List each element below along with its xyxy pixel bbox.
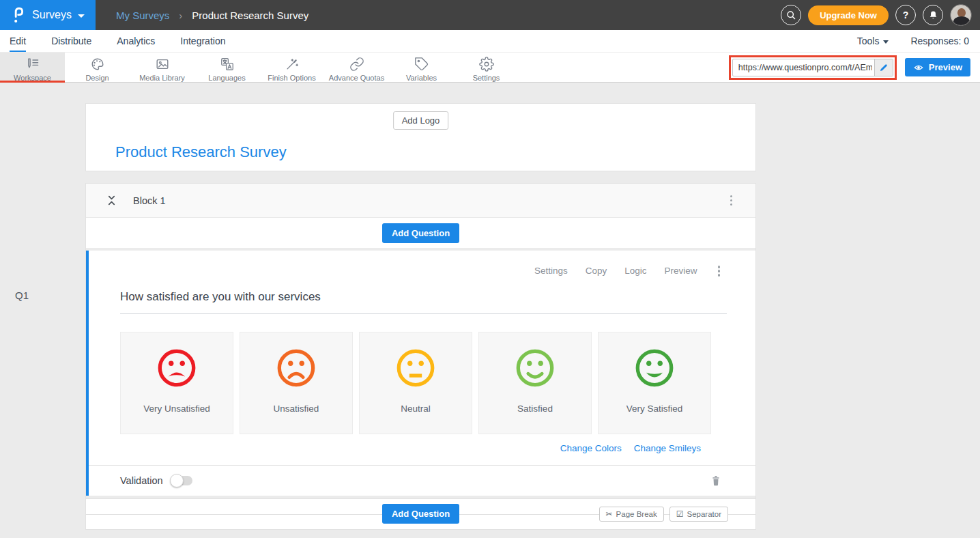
block-header: Block 1	[86, 184, 755, 218]
translate-icon	[220, 57, 235, 72]
smiley-scale: Very Unsatisfied Unsatisfied	[120, 332, 727, 434]
workspace-canvas: Q1 Add Logo Product Research Survey Bloc…	[0, 83, 980, 538]
trash-icon	[710, 475, 721, 487]
help-button[interactable]: ?	[895, 5, 916, 25]
smile-filled-icon	[633, 347, 676, 389]
toolbar-item-finish-options[interactable]: Finish Options	[259, 53, 324, 82]
breadcrumb-current-survey: Product Research Survey	[192, 10, 308, 21]
toolbar-item-languages[interactable]: Languages	[194, 53, 259, 82]
editor-toolbar: Workspace Design Media Library Languages	[0, 53, 980, 83]
workspace-icon	[25, 57, 40, 72]
question-preview-link[interactable]: Preview	[664, 266, 697, 276]
survey-header-card: Add Logo Product Research Survey	[85, 103, 756, 171]
survey-title[interactable]: Product Research Survey	[115, 143, 287, 161]
block-footer: Add Question ✂ Page Break ☑ Separator	[86, 498, 755, 529]
toolbar-item-media-library[interactable]: Media Library	[130, 53, 194, 82]
edit-url-button[interactable]	[874, 59, 893, 76]
validation-toggle[interactable]	[171, 476, 192, 485]
change-colors-link[interactable]: Change Colors	[560, 443, 622, 453]
tools-dropdown[interactable]: Tools	[857, 36, 889, 46]
checkbox-checked-icon: ☑	[676, 509, 684, 519]
question-mark-icon: ?	[903, 10, 909, 20]
validation-row: Validation	[89, 465, 755, 496]
delete-question-button[interactable]	[710, 475, 721, 487]
toolbar-item-design[interactable]: Design	[65, 53, 130, 82]
scissors-icon: ✂	[606, 509, 613, 519]
app-switcher[interactable]: Surveys	[0, 0, 96, 30]
question-menu-button[interactable]	[715, 263, 723, 279]
top-bar: Surveys My Surveys › Product Research Su…	[0, 0, 980, 30]
separator-button[interactable]: ☑ Separator	[669, 507, 728, 522]
survey-url-input[interactable]	[732, 59, 893, 76]
option-unsatisfied[interactable]: Unsatisfied	[240, 332, 353, 434]
block-name[interactable]: Block 1	[133, 195, 166, 206]
search-icon	[786, 10, 796, 20]
question-settings-link[interactable]: Settings	[534, 266, 568, 276]
breadcrumb-separator: ›	[179, 10, 182, 21]
breadcrumb: My Surveys › Product Research Survey	[116, 10, 308, 21]
responses-count[interactable]: Responses: 0	[910, 36, 969, 46]
section-nav: Edit Distribute Analytics Integration To…	[0, 30, 980, 53]
bell-icon	[928, 10, 938, 20]
question-text-field[interactable]: How satisfied are you with our services	[120, 290, 727, 314]
question-copy-link[interactable]: Copy	[586, 266, 607, 276]
search-button[interactable]	[781, 5, 801, 25]
change-smileys-link[interactable]: Change Smileys	[634, 443, 701, 453]
wand-icon	[285, 57, 300, 72]
tag-icon	[414, 57, 429, 72]
add-logo-button[interactable]: Add Logo	[393, 111, 449, 130]
toolbar-item-variables[interactable]: Variables	[389, 53, 454, 82]
option-very-satisfied[interactable]: Very Satisfied	[598, 332, 711, 434]
tab-integration[interactable]: Integration	[180, 30, 225, 52]
option-very-unsatisfied[interactable]: Very Unsatisfied	[120, 332, 233, 434]
palette-icon	[90, 57, 105, 72]
frown-icon	[275, 347, 317, 389]
questionpro-logo-icon	[11, 5, 26, 25]
question-actions: Settings Copy Logic Preview	[120, 263, 727, 279]
user-avatar[interactable]	[950, 4, 972, 26]
notifications-button[interactable]	[923, 5, 943, 25]
neutral-face-icon	[394, 347, 437, 389]
gear-icon	[479, 57, 494, 72]
collapse-block-button[interactable]	[106, 195, 117, 206]
page-break-button[interactable]: ✂ Page Break	[599, 507, 664, 522]
question-logic-link[interactable]: Logic	[624, 266, 646, 276]
smile-icon	[514, 347, 556, 389]
chevron-down-icon	[78, 14, 85, 18]
question-card: Settings Copy Logic Preview How satisfie…	[86, 251, 755, 496]
block-card: Block 1 Add Question Settings Copy Logic…	[85, 183, 756, 530]
breadcrumb-my-surveys[interactable]: My Surveys	[116, 10, 169, 21]
validation-label: Validation	[120, 475, 163, 486]
question-number-label: Q1	[15, 289, 29, 301]
toolbar-item-settings[interactable]: Settings	[454, 53, 519, 82]
upgrade-now-button[interactable]: Upgrade Now	[808, 5, 889, 25]
add-question-button-top[interactable]: Add Question	[382, 223, 459, 243]
eye-icon	[913, 63, 924, 72]
option-satisfied[interactable]: Satisfied	[478, 332, 592, 434]
toolbar-item-workspace[interactable]: Workspace	[0, 53, 65, 82]
tab-edit[interactable]: Edit	[10, 30, 26, 52]
frown-filled-icon	[156, 347, 198, 389]
block-menu-button[interactable]	[727, 193, 736, 209]
tab-distribute[interactable]: Distribute	[51, 30, 91, 52]
tab-analytics[interactable]: Analytics	[117, 30, 155, 52]
collapse-icon	[106, 195, 117, 206]
toolbar-item-advance-quotas[interactable]: Advance Quotas	[324, 53, 389, 82]
add-question-button-bottom[interactable]: Add Question	[382, 504, 459, 524]
preview-button[interactable]: Preview	[905, 58, 970, 76]
url-annotation-highlight	[729, 55, 897, 80]
option-neutral[interactable]: Neutral	[359, 332, 472, 434]
pencil-icon	[879, 63, 889, 72]
chevron-down-icon	[883, 40, 889, 44]
image-icon	[155, 57, 170, 72]
app-name: Surveys	[32, 9, 72, 21]
link-icon	[349, 57, 364, 72]
add-question-row-top: Add Question	[86, 218, 755, 248]
